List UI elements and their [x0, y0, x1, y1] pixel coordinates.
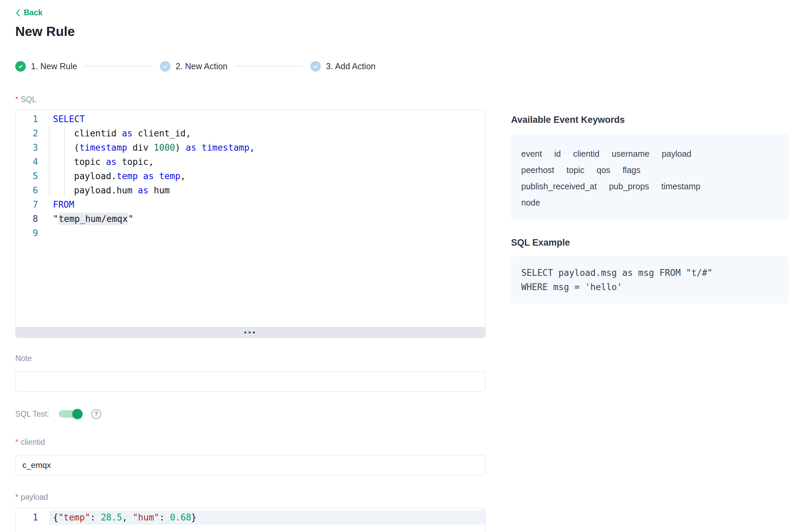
toggle-knob — [72, 409, 83, 419]
event-keyword: username — [612, 146, 649, 162]
code-line: FROM — [50, 197, 485, 212]
keywords-box: eventidclientidusernamepayloadpeerhostto… — [511, 134, 789, 220]
sql-editor[interactable]: 1SELECT2clientid as client_id,3(timestam… — [15, 110, 486, 338]
event-keyword: publish_received_at — [521, 178, 597, 194]
indent-guide — [64, 126, 65, 140]
step-1[interactable]: 1. New Rule — [15, 61, 77, 72]
code-line-row: 6payload.hum as hum — [16, 183, 485, 197]
clientid-field-label: *clientid — [15, 437, 486, 447]
event-keyword: peerhost — [521, 162, 554, 178]
code-line-row: 3(timestamp div 1000) as timestamp, — [16, 140, 485, 155]
sql-example-title: SQL Example — [511, 237, 789, 248]
event-keyword: topic — [566, 162, 584, 178]
event-keyword: clientid — [573, 146, 600, 162]
required-marker: * — [15, 438, 18, 446]
sql-test-label: SQL Test: — [15, 409, 49, 419]
code-line: topic as topic, — [50, 155, 485, 169]
line-number: 9 — [16, 228, 50, 238]
indent-guide — [64, 183, 65, 197]
help-icon[interactable]: ? — [91, 409, 101, 419]
indent-guide — [49, 169, 50, 183]
event-keyword: pub_props — [609, 178, 649, 194]
required-marker: * — [15, 95, 18, 104]
code-line: "temp_hum/emqx" — [50, 212, 485, 226]
rule-form: *SQL 1SELECT2clientid as client_id,3(tim… — [15, 95, 486, 532]
sql-example-line: WHERE msg = 'hello' — [521, 280, 779, 294]
line-number: 7 — [16, 200, 50, 210]
keywords-title: Available Event Keywords — [511, 114, 789, 125]
code-line-row: 1{"temp": 28.5, "hum": 0.68} — [16, 510, 485, 525]
indent-guide — [64, 140, 65, 155]
sql-field-label: *SQL — [15, 95, 486, 104]
code-line — [50, 226, 485, 240]
sql-example-line: SELECT payload.msg as msg FROM "t/#" — [521, 266, 779, 280]
code-line-row: 7FROM — [16, 197, 485, 212]
step-connector — [85, 66, 152, 66]
indent-guide — [64, 155, 65, 169]
indent-guide — [49, 140, 50, 155]
code-line-row: 8"temp_hum/emqx" — [16, 212, 485, 226]
event-keyword: event — [521, 146, 542, 162]
step-3[interactable]: 3. Add Action — [310, 61, 376, 72]
code-line-row: 4topic as topic, — [16, 155, 485, 169]
check-icon — [310, 61, 321, 72]
keyword-row: peerhosttopicqosflags — [521, 162, 779, 178]
help-panel: Available Event Keywords eventidclientid… — [511, 95, 789, 304]
code-line-row: 5payload.temp as temp, — [16, 169, 485, 183]
keyword-row: publish_received_atpub_propstimestamp — [521, 178, 779, 194]
step-label: 1. New Rule — [31, 61, 77, 71]
required-marker: * — [15, 493, 18, 501]
check-icon — [160, 61, 170, 72]
line-number: 1 — [16, 114, 50, 124]
payload-code-area[interactable]: 1{"temp": 28.5, "hum": 0.68} — [16, 508, 485, 532]
payload-editor[interactable]: 1{"temp": 28.5, "hum": 0.68} — [15, 508, 486, 532]
line-number: 4 — [16, 157, 50, 167]
keyword-row: eventidclientidusernamepayload — [521, 146, 779, 162]
sql-example-box: SELECT payload.msg as msg FROM "t/#"WHER… — [511, 256, 789, 304]
sql-code-area[interactable]: 1SELECT2clientid as client_id,3(timestam… — [16, 110, 485, 327]
event-keyword: flags — [622, 162, 640, 178]
line-number: 3 — [16, 142, 50, 153]
line-number: 2 — [16, 128, 50, 138]
note-input[interactable] — [15, 371, 486, 392]
chevron-left-icon — [15, 9, 21, 17]
step-connector — [235, 66, 303, 66]
code-line-row: 2clientid as client_id, — [16, 126, 485, 140]
payload-field-label: *payload — [15, 492, 486, 502]
indent-guide — [49, 183, 50, 197]
code-line: (timestamp div 1000) as timestamp, — [50, 140, 485, 155]
editor-resize-handle[interactable]: ••• — [16, 327, 485, 338]
event-keyword: id — [554, 146, 561, 162]
line-number: 6 — [16, 185, 50, 195]
code-line: SELECT — [50, 112, 485, 126]
page-title: New Rule — [15, 24, 800, 39]
code-line: payload.temp as temp, — [50, 169, 485, 183]
back-label: Back — [24, 8, 42, 17]
step-label: 2. New Action — [176, 61, 228, 71]
event-keyword: timestamp — [661, 178, 701, 194]
event-keyword: node — [521, 194, 540, 211]
line-number: 1 — [16, 512, 50, 522]
code-line: {"temp": 28.5, "hum": 0.68} — [50, 510, 485, 525]
stepper: 1. New Rule2. New Action3. Add Action — [15, 61, 800, 72]
back-link[interactable]: Back — [15, 8, 42, 17]
code-line: clientid as client_id, — [50, 126, 485, 140]
clientid-input[interactable] — [15, 455, 486, 475]
keyword-row: node — [521, 194, 779, 211]
sql-test-toggle[interactable] — [59, 410, 82, 418]
note-field-label: Note — [15, 354, 486, 363]
event-keyword: qos — [597, 162, 610, 178]
step-label: 3. Add Action — [326, 61, 376, 71]
indent-guide — [49, 155, 50, 169]
new-rule-page: Back New Rule 1. New Rule2. New Action3.… — [0, 0, 800, 532]
line-number: 5 — [16, 171, 50, 181]
indent-guide — [64, 169, 65, 183]
line-number: 8 — [16, 214, 50, 224]
check-icon — [15, 61, 26, 72]
code-line-row: 1SELECT — [16, 112, 485, 126]
indent-guide — [49, 126, 50, 140]
step-2[interactable]: 2. New Action — [160, 61, 228, 72]
code-line: payload.hum as hum — [50, 183, 485, 197]
code-line-row: 9 — [16, 226, 485, 240]
event-keyword: payload — [662, 146, 692, 162]
